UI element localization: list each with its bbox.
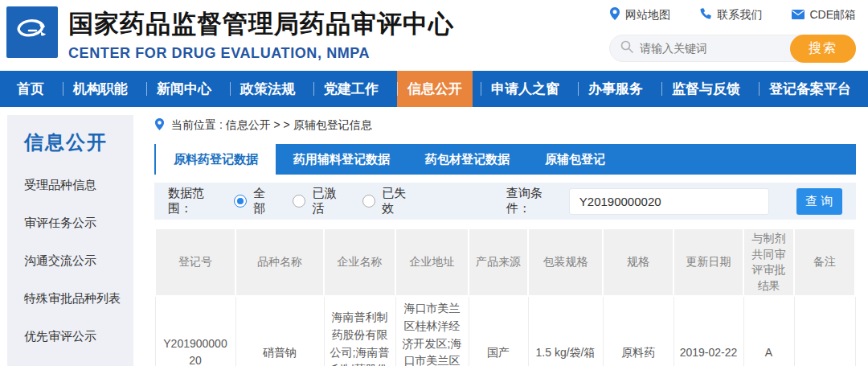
nav-party-building[interactable]: 党建工作 bbox=[313, 71, 389, 107]
query-condition-label: 查询条件： bbox=[506, 186, 561, 216]
cell-update-date: 2019-02-22 bbox=[674, 296, 743, 366]
tab-excipient-registration-data[interactable]: 药用辅料登记数据 bbox=[276, 144, 407, 175]
tab-raw-aux-pack-registration[interactable]: 原辅包登记 bbox=[527, 144, 623, 175]
radio-all[interactable]: 全部 bbox=[234, 186, 272, 216]
radio-expired[interactable]: 已失效 bbox=[362, 186, 411, 216]
cde-logo bbox=[6, 6, 58, 58]
nav-services[interactable]: 办事服务 bbox=[578, 71, 653, 107]
filter-bar: 数据范围： 全部 已激活 已失效 查询条件： 查询 bbox=[154, 183, 856, 220]
cell-variety-name: 硝普钠 bbox=[235, 296, 324, 366]
contact-label: 联系我们 bbox=[717, 8, 762, 23]
col-variety-name: 品种名称 bbox=[235, 228, 324, 296]
cell-package-spec: 1.5 kg/袋/箱 bbox=[528, 296, 603, 366]
cell-spec: 原料药 bbox=[603, 296, 674, 366]
nav-policies[interactable]: 政策法规 bbox=[230, 71, 305, 107]
radio-all-control[interactable] bbox=[234, 195, 247, 208]
registration-table: 登记号 品种名称 企业名称 企业地址 产品来源 包装规格 规格 更新日期 与制剂… bbox=[154, 228, 856, 366]
sitemap-link[interactable]: 网站地图 bbox=[609, 7, 670, 23]
sidebar-item-accepted-varieties[interactable]: 受理品种信息 bbox=[24, 178, 133, 193]
main-nav: 首页 机构职能 新闻中心 政策法规 党建工作 信息公开 申请人之窗 办事服务 监… bbox=[0, 71, 868, 107]
site-title: 国家药品监督管理局药品审评中心 bbox=[68, 7, 454, 41]
sitemap-label: 网站地图 bbox=[625, 8, 670, 23]
sidebar-title: 信息公开 bbox=[24, 130, 133, 155]
radio-expired-label: 已失效 bbox=[382, 186, 411, 216]
radio-activated-label: 已激活 bbox=[312, 186, 342, 216]
breadcrumb-pin-icon bbox=[154, 118, 165, 133]
quick-links: 网站地图 联系我们 CDE邮箱 bbox=[609, 7, 856, 23]
col-remarks: 备注 bbox=[794, 228, 855, 296]
mail-icon bbox=[792, 9, 805, 22]
scope-radio-group: 全部 已激活 已失效 bbox=[234, 186, 411, 216]
table-row: Y20190000020 硝普钠 海南普利制药股份有限公司;海南普利制药股份有限… bbox=[155, 296, 855, 366]
col-product-source: 产品来源 bbox=[469, 228, 528, 296]
col-registration-no: 登记号 bbox=[155, 228, 235, 296]
query-button[interactable]: 查询 bbox=[796, 188, 842, 215]
nav-functions[interactable]: 机构职能 bbox=[63, 71, 138, 107]
nav-home[interactable]: 首页 bbox=[6, 71, 55, 107]
site-search-button[interactable]: 搜索 bbox=[790, 35, 856, 63]
nav-registration-platform[interactable]: 登记备案平台 bbox=[759, 71, 862, 107]
col-spec: 规格 bbox=[603, 228, 674, 296]
data-tabs: 原料药登记数据 药用辅料登记数据 药包材登记数据 原辅包登记 bbox=[154, 144, 856, 175]
radio-all-label: 全部 bbox=[253, 186, 272, 216]
nav-supervision-feedback[interactable]: 监督与反馈 bbox=[661, 71, 751, 107]
table-header-row: 登记号 品种名称 企业名称 企业地址 产品来源 包装规格 规格 更新日期 与制剂… bbox=[155, 228, 855, 296]
location-pin-icon bbox=[609, 7, 620, 23]
site-subtitle: CENTER FOR DRUG EVALUATION, NMPA bbox=[68, 45, 454, 62]
site-header: 国家药品监督管理局药品审评中心 CENTER FOR DRUG EVALUATI… bbox=[0, 0, 868, 71]
cell-company-name: 海南普利制药股份有限公司;海南普利制药股份有限公司 bbox=[324, 296, 395, 366]
col-company-address: 企业地址 bbox=[395, 228, 469, 296]
breadcrumb-text: 当前位置 : 信息公开 > > 原辅包登记信息 bbox=[171, 118, 372, 133]
nav-info-disclosure[interactable]: 信息公开 bbox=[397, 71, 473, 107]
cde-mail-label: CDE邮箱 bbox=[809, 8, 856, 23]
col-joint-review-result: 与制剂共同审评审批结果 bbox=[743, 228, 794, 296]
scope-label: 数据范围： bbox=[168, 186, 223, 216]
sidebar-item-review-tasks[interactable]: 审评任务公示 bbox=[24, 216, 133, 231]
tab-api-registration-data[interactable]: 原料药登记数据 bbox=[156, 144, 276, 175]
sidebar-info-disclosure: 信息公开 受理品种信息 审评任务公示 沟通交流公示 特殊审批品种列表 优先审评公… bbox=[7, 115, 133, 366]
radio-activated[interactable]: 已激活 bbox=[293, 186, 342, 216]
breadcrumb: 当前位置 : 信息公开 > > 原辅包登记信息 bbox=[154, 115, 856, 136]
sidebar-item-special-approval-list[interactable]: 特殊审批品种列表 bbox=[24, 291, 133, 306]
swallow-logo-icon bbox=[11, 10, 53, 55]
nav-news[interactable]: 新闻中心 bbox=[146, 71, 222, 107]
cde-mail-link[interactable]: CDE邮箱 bbox=[792, 8, 856, 23]
cell-remarks bbox=[794, 296, 855, 366]
phone-icon bbox=[700, 8, 712, 23]
sidebar-item-priority-review[interactable]: 优先审评公示 bbox=[24, 329, 133, 344]
contact-link[interactable]: 联系我们 bbox=[700, 8, 762, 23]
cell-product-source: 国产 bbox=[469, 296, 528, 366]
col-package-spec: 包装规格 bbox=[528, 228, 603, 296]
site-search-bar: 搜索 bbox=[609, 35, 856, 62]
query-condition-input[interactable] bbox=[569, 188, 769, 215]
cell-registration-no: Y20190000020 bbox=[155, 296, 235, 366]
nav-applicant-window[interactable]: 申请人之窗 bbox=[481, 71, 570, 107]
radio-activated-control[interactable] bbox=[293, 195, 305, 208]
cell-company-address: 海口市美兰区桂林洋经济开发区;海口市美兰区桂林洋经济开发区 bbox=[395, 296, 469, 366]
col-update-date: 更新日期 bbox=[674, 228, 743, 296]
cell-joint-review-result: A bbox=[743, 296, 794, 366]
radio-expired-control[interactable] bbox=[362, 195, 375, 208]
tab-packaging-registration-data[interactable]: 药包材登记数据 bbox=[407, 144, 527, 175]
col-company-name: 企业名称 bbox=[324, 228, 395, 296]
sidebar-item-communication[interactable]: 沟通交流公示 bbox=[24, 253, 133, 269]
search-icon bbox=[620, 40, 633, 56]
